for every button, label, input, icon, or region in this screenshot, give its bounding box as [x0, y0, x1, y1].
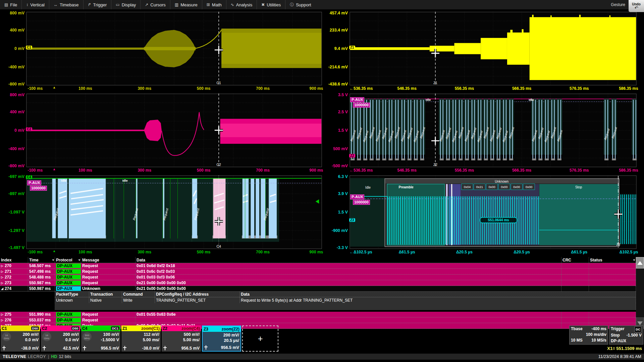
axis-tick-label: 233.4 mV: [330, 28, 348, 33]
menu-display[interactable]: ▭Display: [111, 0, 141, 9]
table-scrollbar[interactable]: [636, 257, 644, 329]
packet-detail-header: PacketType Transaction Command DPConfigR…: [0, 292, 636, 297]
z3-plot[interactable]: Z3 P-AUX1000000 Unknown: [350, 175, 637, 249]
table-row[interactable]: ▷275 551.990 ms DP-AUX Request 0x01 0x55…: [0, 312, 636, 317]
filter-icon[interactable]: ▾: [633, 258, 636, 262]
descriptor-c2[interactable]: C2D50 16GHz 200 mV/0.0 mV 42.5 mV: [41, 325, 80, 352]
plus-icon: +: [258, 334, 263, 344]
c4-plot[interactable]: C4 P-AUX1000000: [26, 175, 322, 249]
axis-tick-label: -800 mV: [8, 82, 24, 86]
trigger-box[interactable]: TriggerDC Stop-1.500 V DP-AUX: [609, 325, 643, 345]
axis-tick-label: -100 ms: [28, 168, 43, 173]
descriptor-z3-selected[interactable]: Z3zoom(Z2) 200 mV/20.5 µs/ 956.5 mV: [202, 325, 241, 352]
trigger-position-icon: ▲: [53, 167, 56, 171]
menu-vertical[interactable]: ↕Vertical: [22, 0, 49, 9]
z2-channel-marker[interactable]: Z2: [349, 154, 355, 158]
menu-math[interactable]: ⊞Math: [202, 0, 226, 9]
menu-file[interactable]: ▤File: [0, 0, 22, 9]
menu-cursors[interactable]: ↗Cursors: [141, 0, 170, 9]
c2-plot[interactable]: C2 C: [26, 94, 322, 167]
menu-timebase[interactable]: ↔Timebase: [49, 0, 84, 9]
byte-value: 0x21: [476, 185, 483, 189]
column-header-index[interactable]: Index: [0, 257, 28, 263]
axis-tick-label: Δ102.5 µs: [620, 250, 638, 254]
axis-tick-label: 400 mV: [10, 28, 24, 33]
column-header-status[interactable]: Status▾: [589, 257, 636, 263]
math-icon: ⊞: [207, 2, 210, 7]
column-header-crc[interactable]: CRC: [561, 257, 589, 263]
z2-plot[interactable]: Z2 P-AUX1000000: [350, 94, 637, 167]
expand-icon[interactable]: ▷: [1, 313, 3, 316]
axis-tick-label: -214.6 mV: [328, 65, 348, 69]
c1-channel-marker[interactable]: C1: [26, 46, 32, 49]
scroll-up-button[interactable]: [636, 257, 644, 268]
menu-label: Measure: [180, 2, 198, 7]
idle-label: Idle: [365, 186, 371, 189]
z2-x-axis: ←536.35 ms 546.35 ms 556.35 ms 566.35 ms…: [350, 167, 637, 174]
table-row-selected[interactable]: ◢274 550.987 ms DP-AUX Unknown 0x21 0x00…: [0, 286, 636, 292]
collapse-icon[interactable]: ◢: [1, 287, 3, 290]
c1-plot[interactable]: C1: [26, 12, 322, 85]
panel-z2: 3.5 V 2.5 V 1.5 V 500 mV -500 mV Z2 P-AU…: [322, 94, 637, 174]
column-header-data[interactable]: Data: [136, 257, 561, 263]
input-badge: D50: [31, 326, 39, 330]
descriptor-z1[interactable]: Z1zoom(C1) 112 mV/5.00 ms/ -38.0 mV: [121, 325, 161, 352]
c4-channel-marker[interactable]: C4: [26, 175, 32, 179]
descriptor-c1[interactable]: C1D50 16GHz 200 mV/0.0 mV -38.0 mV: [1, 325, 40, 352]
menu-utilities[interactable]: ✖Utilities: [257, 0, 285, 9]
axis-tick-label: 3.9 V: [338, 191, 348, 196]
menu-trigger[interactable]: ↱Trigger: [84, 0, 112, 9]
descriptor-z2[interactable]: Z2zoom(C4) 500 mV/5.00 ms/ 956.5 mV: [162, 325, 201, 352]
table-row[interactable]: ▷272 548.488 ms DP-AUX Request 0x01 0x03…: [0, 275, 636, 280]
filter-icon[interactable]: ▾: [78, 258, 81, 262]
table-row[interactable]: ▷271 547.498 ms DP-AUX Request 0x01 0x6c…: [0, 269, 636, 275]
trace-name: C1: [2, 326, 7, 331]
measure-icon: ▥: [175, 2, 178, 7]
c2-channel-marker[interactable]: C2: [26, 127, 32, 131]
axis-tick-label: 500 ms: [197, 86, 211, 91]
offset-cursor-icon: [123, 346, 126, 350]
table-row[interactable]: ▷273 550.987 ms DP-AUX Request 0x21 0x00…: [0, 280, 636, 286]
menu-bar: ▤File ↕Vertical ↔Timebase ↱Trigger ▭Disp…: [0, 0, 644, 10]
column-header-message[interactable]: Message: [81, 257, 136, 263]
analysis-icon: ∿: [231, 2, 234, 7]
axis-tick-label: 576.35 ms: [570, 168, 589, 173]
z1-channel-marker[interactable]: Z1: [349, 46, 355, 49]
add-trace-button[interactable]: +: [242, 325, 278, 352]
expand-icon[interactable]: ▷: [1, 276, 3, 279]
table-row[interactable]: ▷270 546.507 ms DP-AUX Request 0x01 0x6d…: [0, 263, 636, 269]
expand-icon[interactable]: ▷: [1, 270, 3, 273]
offscreen-left-icon: ←: [350, 86, 354, 91]
c1-y-axis: 800 mV 400 mV 0 mV -400 mV -800 mV: [0, 12, 26, 85]
menu-label: Analysis: [236, 2, 252, 7]
expand-icon[interactable]: ▷: [1, 318, 3, 322]
menu-measure[interactable]: ▥Measure: [170, 0, 202, 9]
expand-icon[interactable]: ▷: [1, 264, 3, 267]
panel-c4: -697 mV -897 mV -1.097 V -1.297 V -1.497…: [0, 175, 322, 255]
column-header-protocol[interactable]: Protocol▾: [55, 257, 81, 263]
menu-analysis[interactable]: ∿Analysis: [226, 0, 257, 9]
z1-plot[interactable]: Z1: [350, 12, 637, 85]
trace-descriptor-strip: C1D50 16GHz 200 mV/0.0 mV -38.0 mV C2D50…: [0, 325, 644, 354]
menu-label: Trigger: [93, 2, 107, 7]
acquisition-cluster: Tbase-400 ms 100 ms/div 10 MS10 MS/s Tri…: [569, 325, 643, 351]
timebase-box[interactable]: Tbase-400 ms 100 ms/div 10 MS10 MS/s: [569, 325, 608, 345]
axis-tick-label: ←536.35 ms: [350, 168, 373, 173]
z3-channel-marker[interactable]: Z3: [349, 218, 355, 222]
axis-tick-label: Δ61.5 µs: [571, 250, 587, 254]
z3-waveform: Unknown: [350, 175, 637, 249]
axis-tick-label: 100 ms: [78, 168, 92, 173]
menu-support[interactable]: ⓘSupport: [285, 0, 316, 9]
column-header-time[interactable]: Time▾: [28, 257, 55, 263]
undo-button[interactable]: Undo ↶: [629, 0, 644, 12]
menu-label: Timebase: [60, 2, 79, 7]
offset-cursor-icon: [2, 346, 6, 350]
expand-icon[interactable]: ▷: [1, 281, 3, 285]
filter-icon[interactable]: ▾: [52, 258, 55, 262]
c1-cursor-label: C1: [216, 81, 221, 85]
descriptor-c4[interactable]: C4DC1 500MHz 100 mV/-1.5000 V 956.5 mV: [81, 325, 120, 352]
table-row[interactable]: ▷276 553.037 ms DP-AUX Request: [0, 317, 636, 323]
file-icon: ▤: [4, 2, 8, 7]
trigger-icon: ↱: [88, 2, 91, 7]
axis-tick-label: -697 mV: [8, 174, 24, 179]
